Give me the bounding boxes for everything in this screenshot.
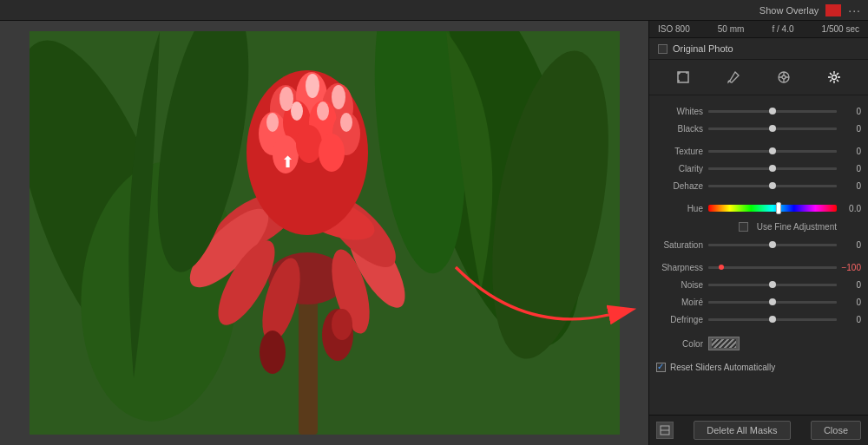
hue-slider[interactable] <box>708 205 837 212</box>
svg-point-31 <box>317 101 329 121</box>
show-overlay-label: Show Overlay <box>760 5 819 16</box>
moire-label: Moiré <box>649 298 708 307</box>
blacks-row: Blacks 0 <box>649 120 868 137</box>
aperture-value: f / 4.0 <box>772 24 793 34</box>
saturation-value: 0 <box>837 240 861 250</box>
dehaze-value: 0 <box>837 181 861 191</box>
close-button[interactable]: Close <box>811 421 861 440</box>
svg-point-29 <box>266 113 279 132</box>
saturation-label: Saturation <box>649 240 708 250</box>
iso-value: ISO 800 <box>658 24 690 34</box>
sharpness-value: −100 <box>837 263 861 272</box>
hue-value: 0.0 <box>837 204 861 213</box>
moire-row: Moiré 0 <box>649 293 868 311</box>
defringe-slider[interactable] <box>708 318 837 321</box>
moire-slider[interactable] <box>708 301 837 304</box>
clarity-label: Clarity <box>649 164 708 173</box>
dehaze-thumb[interactable] <box>769 182 776 189</box>
svg-point-28 <box>332 85 345 109</box>
fine-adj-checkbox[interactable] <box>739 222 748 232</box>
color-swatch[interactable] <box>708 337 740 350</box>
icon-tabs <box>649 60 868 95</box>
clarity-value: 0 <box>837 164 861 173</box>
svg-point-32 <box>340 113 352 132</box>
blacks-value: 0 <box>837 124 861 134</box>
original-photo-label: Original Photo <box>673 43 733 54</box>
main-content: ⬆ ISO 800 50 mm f / 4.0 1/500 sec Ori <box>0 21 868 445</box>
saturation-row: Saturation 0 <box>649 236 868 253</box>
noise-row: Noise 0 <box>649 276 868 293</box>
clarity-row: Clarity 0 <box>649 160 868 177</box>
dehaze-label: Dehaze <box>649 181 708 191</box>
noise-slider[interactable] <box>708 284 837 286</box>
clarity-slider[interactable] <box>708 167 837 170</box>
overlay-color-box[interactable] <box>825 4 841 16</box>
defringe-thumb[interactable] <box>769 316 776 323</box>
masks-icon[interactable] <box>656 422 674 439</box>
svg-point-37 <box>260 330 286 374</box>
tab-crop-icon[interactable] <box>671 65 695 89</box>
original-photo-bar[interactable]: Original Photo <box>649 38 868 60</box>
color-row: Color <box>649 333 868 354</box>
color-swatch-inner <box>712 339 736 348</box>
photo-canvas <box>30 31 620 435</box>
defringe-value: 0 <box>837 315 861 324</box>
whites-row: Whites 0 <box>649 102 868 120</box>
texture-thumb[interactable] <box>769 147 776 154</box>
reset-sliders-label: Reset Sliders Automatically <box>670 363 775 372</box>
focal-value: 50 mm <box>718 24 745 34</box>
blacks-thumb[interactable] <box>769 125 776 132</box>
sharpness-label: Sharpness <box>649 263 708 272</box>
reset-sliders-row[interactable]: Reset Sliders Automatically <box>649 359 868 376</box>
bottom-buttons: Delete All Masks Close <box>649 415 868 445</box>
whites-value: 0 <box>837 107 861 116</box>
defringe-row: Defringe 0 <box>649 311 868 328</box>
svg-point-41 <box>782 75 786 79</box>
saturation-slider[interactable] <box>708 244 837 246</box>
reset-sliders-checkbox[interactable] <box>656 363 666 372</box>
clarity-thumb[interactable] <box>769 165 776 172</box>
top-bar: Show Overlay ··· <box>0 0 868 21</box>
texture-label: Texture <box>649 147 708 156</box>
original-photo-checkbox[interactable] <box>658 44 667 54</box>
metadata-bar: ISO 800 50 mm f / 4.0 1/500 sec <box>649 21 868 38</box>
blacks-slider[interactable] <box>708 128 837 130</box>
sliders-area: Whites 0 Blacks 0 Texture <box>649 95 868 415</box>
whites-thumb[interactable] <box>769 108 776 115</box>
photo-area: ⬆ <box>0 21 648 445</box>
dehaze-slider[interactable] <box>708 185 837 187</box>
texture-row: Texture 0 <box>649 142 868 160</box>
noise-thumb[interactable] <box>769 281 776 288</box>
texture-value: 0 <box>837 147 861 156</box>
svg-point-30 <box>291 101 303 121</box>
svg-point-36 <box>332 309 352 340</box>
delete-all-masks-button[interactable]: Delete All Masks <box>694 421 790 440</box>
blacks-label: Blacks <box>649 124 708 134</box>
tab-filter-icon[interactable] <box>772 65 796 89</box>
svg-point-27 <box>306 74 319 98</box>
dehaze-row: Dehaze 0 <box>649 177 868 194</box>
svg-point-24 <box>296 125 322 163</box>
cursor-icon: ⬆ <box>281 153 295 172</box>
moire-value: 0 <box>837 298 861 307</box>
svg-point-25 <box>319 134 345 172</box>
saturation-thumb[interactable] <box>769 241 776 248</box>
more-options-icon[interactable]: ··· <box>848 3 861 17</box>
whites-label: Whites <box>649 107 708 116</box>
tab-brush-icon[interactable] <box>721 65 746 89</box>
hue-thumb[interactable] <box>776 202 781 214</box>
texture-slider[interactable] <box>708 150 837 153</box>
noise-value: 0 <box>837 280 861 290</box>
tab-settings-icon[interactable] <box>822 65 846 89</box>
noise-label: Noise <box>649 280 708 290</box>
sharpness-thumb[interactable] <box>719 265 724 270</box>
fine-adjustment-row: Use Fine Adjustment <box>649 217 868 236</box>
shutter-value: 1/500 sec <box>822 24 859 34</box>
defringe-label: Defringe <box>649 315 708 324</box>
fine-adjustment-label[interactable]: Use Fine Adjustment <box>739 222 837 232</box>
moire-thumb[interactable] <box>769 298 776 305</box>
whites-slider[interactable] <box>708 110 837 113</box>
sharpness-row: Sharpness −100 <box>649 258 868 276</box>
svg-point-42 <box>832 75 837 80</box>
sharpness-slider[interactable] <box>708 266 837 269</box>
